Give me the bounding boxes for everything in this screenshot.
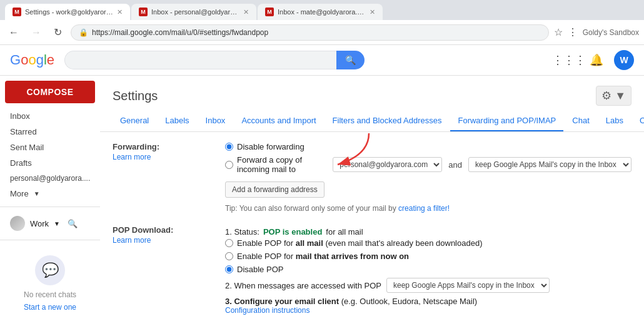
sidebar-search-icon[interactable]: 🔍 [65,216,80,231]
tab-close-1[interactable]: ✕ [117,8,123,16]
tab-favicon-3: M [265,8,274,16]
profile-name: Goldy's Sandbox [583,28,639,37]
pop-all-mail-row: Enable POP for all mail (even mail that'… [225,238,631,248]
sidebar-item-inbox[interactable]: Inbox [0,108,100,124]
drafts-label: Drafts [10,158,32,168]
sidebar-item-sent[interactable]: Sent Mail [0,140,100,155]
forward-action-select[interactable]: keep Google Apps Mail's copy in the Inbo… [468,157,631,172]
tab-settings[interactable]: M Settings - work@goldyarora.c... ✕ [5,4,130,20]
more-link[interactable]: More ▼ [0,186,100,201]
search-input[interactable] [64,51,336,69]
pop-all-label: Enable POP for all mail (even mail that'… [237,238,483,248]
sidebar-item-drafts[interactable]: Drafts [0,155,100,171]
sidebar-divider-2 [0,240,100,240]
tab-favicon-2: M [139,8,148,16]
pop-status-enabled: POP is enabled [263,227,322,237]
work-section[interactable]: Work ▼ 🔍 [0,212,100,235]
settings-dots-icon[interactable]: ⋮ [568,26,578,38]
compose-button[interactable]: COMPOSE [5,81,95,103]
pop-all-mail-radio[interactable] [225,239,233,247]
tab-favicon-1: M [13,8,21,16]
tab-accounts[interactable]: Accounts and Import [234,111,323,131]
no-recent-chats: No recent chats [10,290,90,299]
main-content: Settings ⚙ ▼ General Labels Inbox Accoun… [100,76,644,326]
add-forwarding-button[interactable]: Add a forwarding address [225,181,325,198]
chat-bubble-icon: 💬 [35,255,65,285]
forward-copy-label: Forward a copy of incoming mail to [237,155,329,174]
apps-icon[interactable]: ⋮⋮⋮ [559,50,579,70]
creating-filter-link[interactable]: creating a filter! [398,204,450,213]
start-new-link[interactable]: Start a new one [10,303,90,312]
tab-labs[interactable]: Labs [598,111,631,131]
back-button[interactable]: ← [5,24,23,41]
forward-copy-radio[interactable] [225,161,233,169]
avatar[interactable]: W [614,50,634,70]
nav-bar: ← → ↻ 🔒 https://mail.google.com/mail/u/0… [0,20,644,45]
pop-now-on-radio[interactable] [225,252,233,260]
bookmark-icon[interactable]: ☆ [554,26,563,38]
pop-disable-row: Disable POP [225,265,631,274]
forwarding-title: Forwarding: [113,142,225,151]
forward-button[interactable]: → [28,24,45,41]
lock-icon: 🔒 [79,28,88,37]
tab-filters[interactable]: Filters and Blocked Addresses [325,111,450,131]
starred-label: Starred [10,127,37,136]
search-button[interactable]: 🔍 [336,51,365,69]
tab-personal[interactable]: M Inbox - personal@goldyarora.... ✕ [131,4,256,20]
pop-now-on-row: Enable POP for mail that arrives from no… [225,252,631,261]
forward-email-select[interactable]: personal@goldyarora.com [333,157,442,172]
disable-forwarding-radio[interactable] [225,143,233,151]
pop-section: POP Download: Learn more 1. Status: POP … [113,225,631,315]
tab-title-3: Inbox - mate@goldyarora.com [278,8,366,16]
chevron-down-icon: ▼ [34,190,40,197]
tab-labels[interactable]: Labels [158,111,196,131]
notifications-icon[interactable]: 🔔 [586,50,606,70]
pop-config-link[interactable]: Configuration instructions [225,306,631,315]
settings-body: Forwarding: Learn more Disable forwardin… [100,132,644,326]
work-chevron-icon: ▼ [54,220,60,227]
sidebar: COMPOSE Inbox Starred Sent Mail Drafts p… [0,76,100,326]
tab-offline[interactable]: Offline [632,111,644,131]
tab-inbox[interactable]: Inbox [198,111,233,131]
settings-header: Settings ⚙ ▼ [100,76,644,111]
forward-copy-row: Forward a copy of incoming mail to perso… [225,155,631,174]
pop-disable-radio[interactable] [225,265,233,273]
more-label: More [10,189,29,198]
tab-chat[interactable]: Chat [565,111,596,131]
tab-close-2[interactable]: ✕ [243,8,249,16]
address-bar[interactable]: 🔒 https://mail.google.com/mail/u/0/#sett… [71,24,549,41]
header-icons: ⋮⋮⋮ 🔔 W [559,50,634,70]
and-label: and [448,160,462,170]
forwarding-content: Disable forwarding Forward a copy of inc… [225,142,631,213]
sidebar-item-personal[interactable]: personal@goldyarora.... [0,171,100,186]
pop-status-row: 1. Status: POP is enabled for all mail [225,227,631,237]
tab-general[interactable]: General [113,111,156,131]
forwarding-label: Forwarding: Learn more [113,142,225,213]
pop-title: POP Download: [113,225,225,235]
refresh-button[interactable]: ↻ [50,24,66,41]
work-label: Work [30,219,49,228]
search-bar: 🔍 [64,51,365,69]
pop-step2: 2. When messages are accessed with POP k… [225,278,631,293]
tab-close-3[interactable]: ✕ [370,8,375,16]
tab-mate[interactable]: M Inbox - mate@goldyarora.com ✕ [258,4,383,20]
pop-learn-more[interactable]: Learn more [113,236,225,245]
pop-content: 1. Status: POP is enabled for all mail E… [225,225,631,315]
settings-tabs: General Labels Inbox Accounts and Import… [100,111,644,132]
gmail-container: Google 🔍 ⋮⋮⋮ 🔔 W COMPOSE Inbox Starred [0,45,644,326]
url-text: https://mail.google.com/mail/u/0/#settin… [92,28,541,37]
tab-title-1: Settings - work@goldyarora.c... [25,8,113,16]
work-avatar [10,216,25,231]
pop-label: POP Download: Learn more [113,225,225,315]
sent-label: Sent Mail [10,143,44,152]
disable-forwarding-label: Disable forwarding [237,142,304,151]
tab-forwarding[interactable]: Forwarding and POP/IMAP [450,111,563,131]
gmail-body: COMPOSE Inbox Starred Sent Mail Drafts p… [0,76,644,326]
forwarding-learn-more[interactable]: Learn more [113,153,225,161]
pop-step2-select[interactable]: keep Google Apps Mail's copy in the Inbo… [386,278,550,293]
forwarding-section: Forwarding: Learn more Disable forwardin… [113,142,631,213]
sidebar-divider [0,206,100,207]
settings-title: Settings [113,89,596,103]
settings-gear-button[interactable]: ⚙ ▼ [596,86,631,106]
sidebar-item-starred[interactable]: Starred [0,124,100,140]
